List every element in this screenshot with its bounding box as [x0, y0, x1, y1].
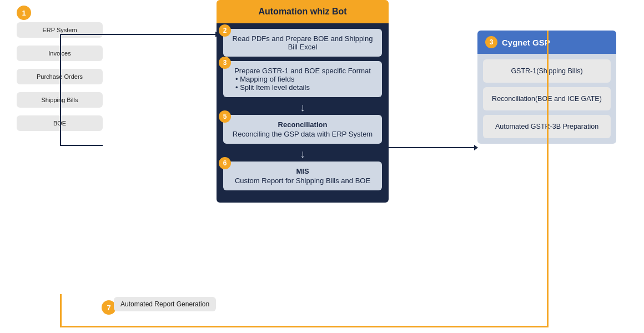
center-column: Automation whiz Bot 2 Read PDFs and Prep…: [217, 0, 389, 203]
step3-bullets: Mapping of fields Split Item level detai…: [230, 75, 375, 92]
step1-badge: 1: [17, 6, 31, 20]
step5-text: Reconciling the GSP data with ERP System: [230, 130, 375, 138]
step2-text: Read PDFs and Prepare BOE and Shipping B…: [230, 34, 375, 51]
step2-box: 2 Read PDFs and Prepare BOE and Shipping…: [223, 29, 382, 57]
step3-badge: 3: [219, 57, 231, 69]
step3-text: Prepare GSTR-1 and BOE specific Format: [230, 67, 375, 75]
step6-box: 6 MIS Custom Report for Shipping Bills a…: [223, 162, 382, 190]
step3-bullet2: Split Item level details: [235, 83, 375, 92]
cygnet-badge: 3: [485, 36, 497, 48]
gold-h-bottom: [60, 326, 549, 327]
center-body: 2 Read PDFs and Prepare BOE and Shipping…: [217, 23, 389, 203]
step6-text: Custom Report for Shipping Bills and BOE: [230, 176, 375, 185]
arrow-down-2: ↓: [223, 148, 382, 159]
step6-title: MIS: [230, 167, 375, 175]
arrow-down-1: ↓: [223, 102, 382, 113]
step5-title: Reconciliation: [230, 120, 375, 129]
diagram-container: 1 ERP System Invoices Purchase Orders Sh…: [0, 0, 644, 333]
automation-header: Automation whiz Bot: [217, 0, 389, 23]
step3-box: 3 Prepare GSTR-1 and BOE specific Format…: [223, 61, 382, 97]
gold-v-left: [60, 294, 62, 327]
connector-h-left-bottom: [60, 145, 103, 146]
cygnet-title: Cygnet GSP: [502, 38, 550, 47]
step5-badge: 5: [219, 110, 231, 123]
connector-h-left-top: [60, 34, 103, 35]
connector-v-left: [60, 34, 61, 145]
connector-h-top: [103, 34, 218, 35]
center-right-connector: [389, 147, 477, 148]
step2-badge: 2: [219, 24, 231, 37]
step6-badge: 6: [219, 157, 231, 169]
step7-box: Automated Report Generation: [114, 297, 216, 311]
step3-bullet1: Mapping of fields: [235, 75, 375, 83]
gold-v-right: [547, 31, 549, 327]
step5-box: 5 Reconciliation Reconciling the GSP dat…: [223, 115, 382, 144]
